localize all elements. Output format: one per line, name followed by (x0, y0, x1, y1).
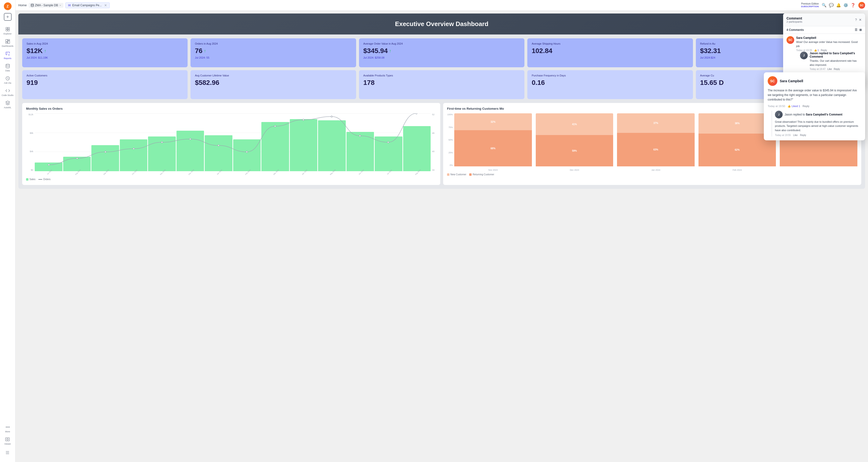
metric-label: Available Products Types (363, 74, 520, 77)
like-button[interactable]: 👍 1 (814, 49, 819, 52)
topbar: Home ZMA - Sample DB ✉ Email Campaigns P… (16, 0, 868, 10)
svg-rect-2 (6, 29, 7, 31)
comment-list: SC Sara Campbell Wow! Our average order … (783, 34, 865, 76)
sidebar-item-label: Reports (4, 57, 11, 60)
close-comment-icon[interactable]: ✕ (859, 18, 862, 22)
metric-card-shipping[interactable]: Average Shipping Hours 102.84 (527, 38, 693, 67)
like-action[interactable]: Like (828, 68, 832, 70)
topbar-icons: 🔍 💬 🔔 ⚙️ ❓ (822, 3, 856, 7)
comment-text: Thanks. Our cart abandonment rate has al… (810, 59, 862, 67)
metric-sub: Jul 2024: 55 (195, 56, 351, 59)
metric-value: 102.84 (532, 47, 688, 55)
grid-view-icon[interactable]: ⊞ (859, 28, 862, 32)
automl-icon (5, 100, 10, 105)
metric-card-sales[interactable]: Sales in Aug 2024 $12K ↑ Jul 2024: $11.1… (22, 38, 188, 67)
charts-row: Monthly Sales vs Orders $12k $8k $4k $0 (18, 103, 865, 189)
comment-count-bar: 4 Comments ☰ ⊞ (783, 26, 865, 34)
metric-card-aov[interactable]: Average Order Value in Aug 2024 $345.94 … (359, 38, 524, 67)
metric-sub: Jul 2024: $11.19K (27, 56, 183, 59)
reply-meta: Today at 19:55 Like Reply (775, 134, 861, 136)
help-comment-icon[interactable]: ? (855, 18, 857, 22)
sidebar-item-settings[interactable] (4, 448, 11, 457)
app-logo: Z (4, 2, 11, 10)
metric-card-orders[interactable]: Orders in Aug 2024 76 ↑ Jul 2024: 55 (190, 38, 356, 67)
expanded-author-name: Sara Campbell (780, 79, 803, 83)
monthly-sales-chart: Monthly Sales vs Orders $12k $8k $4k $0 (22, 103, 440, 185)
tab-label: Email Campaigns Pe... (72, 4, 102, 7)
sidebar-item-viewer[interactable]: Viewer (4, 435, 11, 447)
reply-action[interactable]: Reply (834, 68, 840, 70)
metric-label: Sales in Aug 2024 (27, 42, 183, 45)
list-view-icon[interactable]: ☰ (855, 28, 858, 32)
expanded-reply-button[interactable]: Reply (803, 105, 809, 107)
sidebar-item-explorer[interactable]: Explorer (0, 25, 15, 37)
user-avatar[interactable]: SC (858, 2, 865, 9)
active-tab[interactable]: ✉ Email Campaigns Pe... ✕ (65, 2, 110, 8)
comment-text: Wow! Our average order Value has increas… (796, 40, 862, 48)
metric-value: $345.94 ↑ (363, 47, 520, 55)
sidebar-item-more[interactable]: More (0, 423, 15, 435)
legend-new-customer: New Customer (447, 173, 466, 176)
svg-rect-4 (5, 39, 7, 42)
home-link[interactable]: Home (18, 3, 27, 7)
metric-label: Average Shipping Hours (532, 42, 688, 45)
sidebar-item-dashboards[interactable]: Dashboards (0, 37, 15, 49)
reply-button[interactable]: Reply (821, 49, 827, 52)
sidebar-item-reports[interactable]: Reports (0, 49, 15, 61)
comment-panel-title-area: Comment 2 participants (786, 17, 802, 23)
chart-legend-returning: New Customer Returning Customer (447, 173, 858, 176)
database-selector[interactable]: ZMA - Sample DB (29, 3, 63, 8)
jason-avatar: J (800, 52, 808, 59)
like-count: 1 (799, 105, 800, 107)
add-button[interactable]: + (4, 13, 11, 21)
close-tab-button[interactable]: ✕ (104, 3, 107, 7)
search-icon[interactable]: 🔍 (822, 3, 827, 7)
comment-time: Today at 19:47 (810, 68, 826, 70)
svg-rect-5 (8, 39, 10, 40)
sidebar-item-automl[interactable]: AutoML (0, 98, 15, 111)
ask-zia-icon (5, 76, 10, 81)
dashboard-header: Executive Overview Dashboard (18, 13, 865, 34)
reply-like-button[interactable]: Like (793, 134, 798, 136)
help-icon[interactable]: ❓ (850, 3, 856, 7)
chat-icon[interactable]: 💬 (829, 3, 834, 7)
notification-icon[interactable]: 🔔 (836, 3, 841, 7)
new-customer-dot (447, 173, 450, 176)
chart-title: Monthly Sales vs Orders (26, 107, 436, 111)
chart-legend: Sales Orders (26, 178, 436, 181)
thumbs-up-icon-expanded: 👍 (787, 105, 791, 108)
topbar-right: Premium Edition SUBSCRIPTION 🔍 💬 🔔 ⚙️ ❓ … (801, 2, 865, 9)
comment-author: Sara Campbell (796, 36, 862, 39)
sidebar-item-ask-zia[interactable]: Ask Zia (0, 74, 15, 86)
reply-reply-button[interactable]: Reply (800, 134, 806, 136)
sara-avatar: SC (786, 36, 794, 44)
trend-up-icon: ↑ (389, 49, 391, 54)
sidebar-item-code-studio[interactable]: Code Studio (0, 86, 15, 98)
explorer-icon (5, 27, 10, 32)
svg-rect-0 (6, 28, 7, 29)
new-customer-label: New Customer (451, 173, 466, 176)
metric-value: 919 (27, 79, 183, 87)
svg-rect-1 (8, 28, 9, 29)
legend-sales: Sales (26, 178, 35, 181)
expanded-comment-time: Today at 19:50 (768, 105, 785, 107)
metric-card-ltv[interactable]: Avg Customer Lifetime Value $582.96 (190, 70, 356, 99)
svg-point-11 (7, 427, 8, 428)
metric-card-purchase-freq[interactable]: Purchase Frequency in Days 0.16 (527, 70, 693, 99)
gear-icon[interactable]: ⚙️ (843, 3, 848, 7)
comment-item-sara: SC Sara Campbell Wow! Our average order … (786, 36, 862, 70)
comment-author: Jason replied to Sara Campbell's Comment (810, 52, 862, 58)
settings-icon (5, 450, 10, 455)
expanded-like-button[interactable]: 👍 Liked 1 (787, 105, 800, 108)
reports-icon (5, 51, 10, 56)
svg-point-15 (31, 4, 33, 5)
expanded-sara-avatar: SC (768, 76, 777, 86)
premium-badge: Premium Edition SUBSCRIPTION (801, 2, 819, 8)
sidebar-item-label: Code Studio (2, 94, 14, 96)
metric-card-active-customers[interactable]: Active Customers 919 (22, 70, 188, 99)
comment-view-icons: ☰ ⊞ (855, 28, 862, 32)
metric-card-products[interactable]: Available Products Types 178 (359, 70, 524, 99)
sidebar-item-data[interactable]: Data (0, 61, 15, 74)
reply-header: J Jason replied to Sara Campbell's Comme… (775, 111, 861, 118)
svg-point-10 (6, 427, 6, 428)
